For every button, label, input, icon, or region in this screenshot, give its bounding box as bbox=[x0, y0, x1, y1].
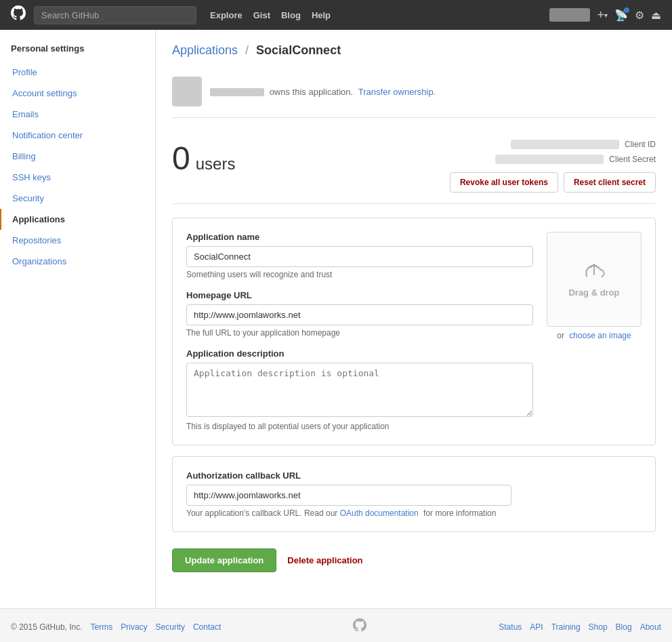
stats-section: 0 users Client ID Client Secret Revoke a… bbox=[172, 129, 656, 204]
client-id-row: Client ID bbox=[450, 140, 656, 149]
search-input[interactable] bbox=[34, 6, 196, 24]
owner-bar: owns this application. Transfer ownershi… bbox=[172, 68, 656, 118]
drop-text: Drag & drop bbox=[568, 287, 619, 298]
breadcrumb: Applications / SocialConnect bbox=[172, 43, 656, 58]
sidebar-section-title: Personal settings bbox=[0, 43, 155, 62]
nav-gist[interactable]: Gist bbox=[253, 10, 270, 20]
footer-link-security[interactable]: Security bbox=[156, 622, 185, 632]
image-drop-zone[interactable]: Drag & drop bbox=[547, 232, 642, 327]
description-textarea[interactable] bbox=[186, 363, 533, 417]
footer-link-shop[interactable]: Shop bbox=[589, 622, 608, 632]
choose-image-link[interactable]: choose an image bbox=[569, 331, 631, 340]
client-id-value bbox=[511, 140, 619, 149]
sidebar-item-ssh-keys[interactable]: SSH keys bbox=[0, 167, 155, 188]
user-avatar[interactable] bbox=[549, 8, 590, 22]
homepage-url-input[interactable] bbox=[186, 304, 533, 325]
owns-text: owns this application. bbox=[270, 87, 354, 97]
homepage-url-label: Homepage URL bbox=[186, 290, 533, 300]
upload-cloud-icon bbox=[583, 261, 605, 285]
sidebar-item-applications[interactable]: Applications bbox=[0, 209, 155, 230]
description-field: Application description This is displaye… bbox=[186, 348, 533, 431]
app-name-hint: Something users will recognize and trust bbox=[186, 270, 533, 279]
sidebar-item-repositories[interactable]: Repositories bbox=[0, 230, 155, 251]
callback-hint: Your application's callback URL. Read ou… bbox=[186, 508, 642, 518]
add-icon[interactable]: +▾ bbox=[597, 8, 608, 22]
update-application-button[interactable]: Update application bbox=[172, 548, 276, 572]
user-count-number: 0 bbox=[172, 140, 190, 177]
sidebar-item-security[interactable]: Security bbox=[0, 188, 155, 209]
oauth-docs-link[interactable]: OAuth documentation bbox=[340, 508, 419, 518]
footer-logo-icon bbox=[353, 618, 366, 635]
transfer-ownership-link[interactable]: Transfer ownership. bbox=[358, 87, 436, 97]
signout-icon[interactable]: ⏏ bbox=[651, 9, 661, 22]
client-info: Client ID Client Secret Revoke all user … bbox=[450, 140, 656, 193]
description-hint: This is displayed to all potential users… bbox=[186, 422, 533, 431]
main-nav: Explore Gist Blog Help bbox=[210, 10, 331, 20]
delete-application-link[interactable]: Delete application bbox=[287, 555, 362, 565]
callback-url-label: Authorization callback URL bbox=[186, 470, 642, 481]
sidebar: Personal settings Profile Account settin… bbox=[0, 30, 156, 608]
page-container: Personal settings Profile Account settin… bbox=[0, 30, 672, 608]
sidebar-item-notification-center[interactable]: Notification center bbox=[0, 125, 155, 146]
broadcast-icon[interactable]: 📡 bbox=[614, 9, 628, 22]
owner-avatar bbox=[172, 77, 202, 106]
breadcrumb-current: SocialConnect bbox=[256, 43, 341, 57]
homepage-url-hint: The full URL to your application homepag… bbox=[186, 328, 533, 338]
footer-center bbox=[221, 618, 499, 635]
footer-left: © 2015 GitHub, Inc. Terms Privacy Securi… bbox=[11, 622, 221, 632]
client-secret-label: Client Secret bbox=[609, 155, 656, 164]
homepage-url-field: Homepage URL The full URL to your applic… bbox=[186, 290, 533, 338]
footer-link-terms[interactable]: Terms bbox=[91, 622, 113, 632]
footer-link-contact[interactable]: Contact bbox=[193, 622, 221, 632]
footer-copyright: © 2015 GitHub, Inc. bbox=[11, 622, 83, 632]
sidebar-item-profile[interactable]: Profile bbox=[0, 62, 155, 83]
or-label: or bbox=[557, 331, 564, 340]
bottom-actions: Update application Delete application bbox=[172, 543, 656, 586]
app-name-field: Application name Something users will re… bbox=[186, 232, 533, 279]
github-logo-icon[interactable] bbox=[11, 5, 26, 24]
callback-hint-prefix: Your application's callback URL. Read ou… bbox=[186, 508, 340, 518]
client-secret-row: Client Secret bbox=[450, 155, 656, 164]
nav-blog[interactable]: Blog bbox=[281, 10, 301, 20]
footer-link-about[interactable]: About bbox=[640, 622, 661, 632]
client-id-label: Client ID bbox=[625, 140, 656, 149]
app-name-section: Application name Something users will re… bbox=[172, 218, 656, 445]
owner-name-placeholder bbox=[210, 88, 264, 96]
sidebar-item-organizations[interactable]: Organizations bbox=[0, 251, 155, 272]
header-right: +▾ 📡 ⚙ ⏏ bbox=[549, 8, 661, 22]
action-buttons: Revoke all user tokens Reset client secr… bbox=[450, 172, 656, 193]
notification-dot bbox=[624, 7, 629, 13]
settings-icon[interactable]: ⚙ bbox=[635, 9, 644, 22]
callback-section: Authorization callback URL Your applicat… bbox=[172, 456, 656, 532]
breadcrumb-parent[interactable]: Applications bbox=[172, 43, 238, 57]
footer-link-training[interactable]: Training bbox=[551, 622, 581, 632]
app-name-label: Application name bbox=[186, 232, 533, 242]
app-form-fields: Application name Something users will re… bbox=[186, 232, 533, 431]
callback-url-field: Authorization callback URL Your applicat… bbox=[186, 470, 642, 518]
footer-right: Status API Training Shop Blog About bbox=[499, 622, 661, 632]
nav-help[interactable]: Help bbox=[312, 10, 331, 20]
owner-text: owns this application. Transfer ownershi… bbox=[210, 87, 436, 97]
callback-url-input[interactable] bbox=[186, 485, 511, 506]
image-upload-area: Drag & drop or choose an image bbox=[547, 232, 642, 431]
footer-link-status[interactable]: Status bbox=[499, 622, 522, 632]
nav-explore[interactable]: Explore bbox=[210, 10, 243, 20]
sidebar-item-billing[interactable]: Billing bbox=[0, 146, 155, 167]
user-count: 0 users bbox=[172, 140, 235, 177]
site-footer: © 2015 GitHub, Inc. Terms Privacy Securi… bbox=[0, 608, 672, 642]
app-name-input[interactable] bbox=[186, 246, 533, 267]
footer-link-blog[interactable]: Blog bbox=[616, 622, 632, 632]
footer-link-privacy[interactable]: Privacy bbox=[121, 622, 147, 632]
breadcrumb-separator: / bbox=[245, 43, 249, 57]
callback-hint-suffix: for more information bbox=[423, 508, 496, 518]
sidebar-item-emails[interactable]: Emails bbox=[0, 104, 155, 125]
sidebar-item-account-settings[interactable]: Account settings bbox=[0, 83, 155, 104]
site-header: Explore Gist Blog Help +▾ 📡 ⚙ ⏏ bbox=[0, 0, 672, 30]
description-label: Application description bbox=[186, 348, 533, 359]
revoke-tokens-button[interactable]: Revoke all user tokens bbox=[450, 172, 558, 193]
image-upload-or: or choose an image bbox=[547, 331, 642, 340]
app-form-layout: Application name Something users will re… bbox=[186, 232, 642, 431]
main-content: Applications / SocialConnect owns this a… bbox=[156, 30, 672, 608]
footer-link-api[interactable]: API bbox=[530, 622, 543, 632]
reset-secret-button[interactable]: Reset client secret bbox=[564, 172, 656, 193]
